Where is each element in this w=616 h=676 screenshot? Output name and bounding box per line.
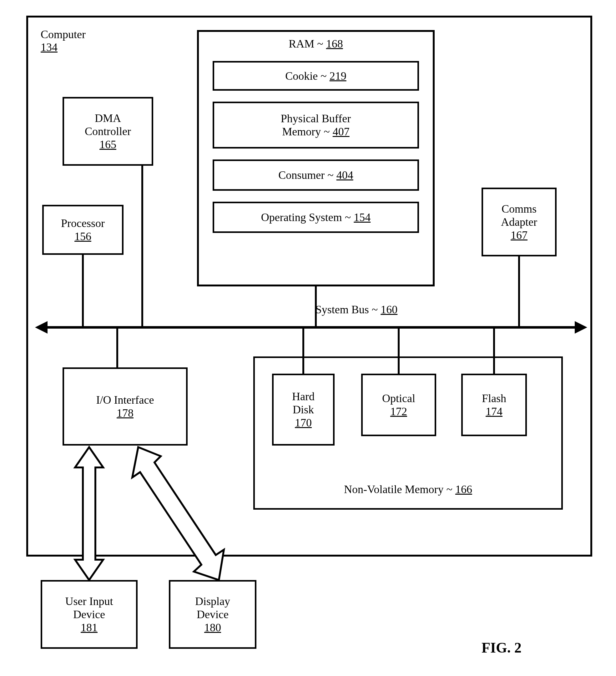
- opt-text: Optical: [382, 392, 415, 405]
- processor-bus-connector: [82, 255, 84, 327]
- hd-box: Hard Disk 170: [272, 374, 335, 446]
- opt-box: Optical 172: [361, 374, 436, 436]
- os-box: Operating System ~ 154: [213, 202, 419, 233]
- uid-box: User Input Device 181: [41, 580, 137, 649]
- bus-ref: 160: [381, 303, 397, 316]
- system-bus-line: [47, 326, 575, 329]
- nvm-ref: 166: [455, 483, 472, 496]
- io-label: I/O Interface 178: [96, 393, 154, 419]
- processor-box: Processor 156: [42, 205, 123, 255]
- processor-text: Processor: [61, 217, 105, 229]
- dma-label: DMA Controller 165: [85, 112, 131, 151]
- display-box: Display Device 180: [169, 580, 257, 649]
- pbm-text-2: Memory ~: [282, 125, 332, 138]
- uid-ref: 181: [81, 621, 98, 634]
- processor-ref: 156: [74, 230, 91, 243]
- hd-label: Hard Disk 170: [292, 390, 315, 429]
- os-label: Operating System ~ 154: [261, 211, 371, 224]
- flash-ref: 174: [486, 405, 503, 418]
- io-box: I/O Interface 178: [62, 368, 187, 446]
- consumer-ref: 404: [336, 169, 353, 181]
- display-ref: 180: [204, 621, 221, 634]
- bus-arrow-right-icon: [575, 321, 587, 334]
- ram-ref: 168: [326, 38, 343, 50]
- computer-ref: 134: [41, 41, 58, 53]
- ram-title: RAM ~ 168: [197, 38, 435, 50]
- flash-label: Flash 174: [482, 392, 506, 418]
- cookie-text: Cookie ~: [285, 70, 327, 82]
- pbm-ref: 407: [333, 125, 350, 138]
- uid-text-2: Device: [73, 608, 105, 621]
- io-bus-connector: [116, 329, 118, 368]
- comms-bus-connector: [518, 257, 520, 327]
- pbm-box: Physical Buffer Memory ~ 407: [213, 102, 419, 149]
- cookie-ref: 219: [330, 70, 346, 82]
- hd-text-2: Disk: [293, 403, 314, 416]
- display-text-2: Device: [197, 608, 229, 621]
- comms-text-2: Adapter: [501, 216, 537, 228]
- diagram-canvas: Computer 134 RAM ~ 168 Cookie ~ 219 Phys…: [0, 0, 616, 676]
- io-text: I/O Interface: [96, 394, 154, 406]
- opt-label: Optical 172: [382, 392, 415, 418]
- computer-text: Computer: [41, 28, 86, 41]
- pbm-text-1: Physical Buffer: [281, 112, 351, 125]
- comms-ref: 167: [511, 229, 527, 241]
- computer-label: Computer 134: [41, 28, 109, 54]
- dma-box: DMA Controller 165: [62, 97, 153, 166]
- hd-bus-connector: [302, 329, 304, 375]
- uid-text-1: User Input: [65, 595, 113, 608]
- bus-arrow-left-icon: [35, 321, 48, 334]
- display-label: Display Device 180: [195, 595, 230, 634]
- nvm-label: Non-Volatile Memory ~ 166: [253, 483, 563, 496]
- os-ref: 154: [354, 211, 371, 224]
- dma-text-2: Controller: [85, 125, 131, 137]
- flash-text: Flash: [482, 392, 506, 405]
- cookie-box: Cookie ~ 219: [213, 61, 419, 91]
- flash-bus-connector: [493, 329, 495, 375]
- consumer-label: Consumer ~ 404: [278, 169, 353, 182]
- hd-text-1: Hard: [292, 390, 315, 403]
- consumer-box: Consumer ~ 404: [213, 160, 419, 191]
- bus-text: System Bus ~: [316, 303, 378, 316]
- os-text: Operating System ~: [261, 211, 351, 224]
- dma-ref: 165: [100, 138, 116, 151]
- bus-label: System Bus ~ 160: [291, 303, 422, 316]
- opt-ref: 172: [390, 405, 407, 418]
- processor-label: Processor 156: [61, 217, 105, 243]
- opt-bus-connector: [398, 329, 400, 375]
- comms-text-1: Comms: [502, 203, 537, 215]
- io-ref: 178: [117, 407, 133, 419]
- cookie-label: Cookie ~ 219: [285, 69, 346, 82]
- nvm-text: Non-Volatile Memory ~: [344, 483, 452, 496]
- hd-ref: 170: [295, 416, 312, 429]
- dma-bus-connector: [141, 166, 143, 327]
- figure-text: FIG. 2: [482, 640, 521, 656]
- comms-box: Comms Adapter 167: [482, 187, 557, 257]
- pbm-label: Physical Buffer Memory ~ 407: [281, 112, 351, 138]
- figure-label: FIG. 2: [482, 639, 521, 656]
- consumer-text: Consumer ~: [278, 169, 333, 181]
- ram-text: RAM ~: [289, 38, 323, 50]
- uid-label: User Input Device 181: [65, 595, 113, 634]
- dma-text-1: DMA: [95, 112, 121, 124]
- flash-box: Flash 174: [461, 374, 527, 436]
- display-text-1: Display: [195, 595, 230, 608]
- comms-label: Comms Adapter 167: [501, 202, 537, 242]
